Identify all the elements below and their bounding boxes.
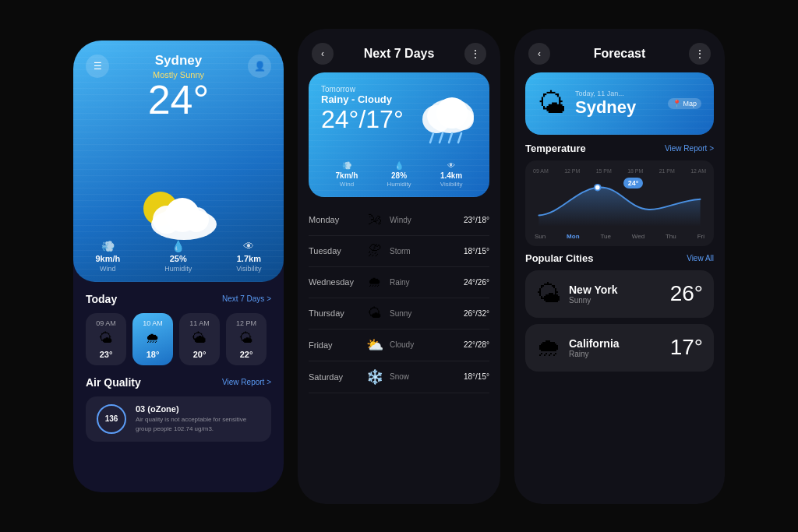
day-wednesday: Wednesday: [309, 277, 363, 287]
hour-label-3: 12 PM: [236, 319, 256, 327]
newyork-name: New York: [569, 284, 662, 296]
visibility-stat: 👁 1.7km Visibility: [236, 240, 261, 273]
day-tuesday: Tuesday: [309, 246, 363, 255]
svg-line-11: [449, 133, 452, 143]
hour-icon-1: 🌧: [146, 330, 160, 347]
hour-temp-1: 18°: [147, 350, 160, 359]
aq-header: Air Quality View Report >: [86, 376, 271, 389]
temperature-display: 24°: [86, 76, 271, 123]
popular-cities-section: Popular Cities View All 🌤 New York Sunny…: [514, 252, 725, 372]
cond-wednesday: Rainy: [390, 278, 464, 287]
icon-saturday: ❄️: [363, 368, 387, 386]
hour-card-1[interactable]: 10 AM 🌧 18°: [132, 313, 173, 365]
user-button[interactable]: 👤: [248, 55, 271, 78]
sydney-weather-icon: 🌤: [538, 87, 566, 120]
temp-header: Temperature View Report >: [525, 143, 714, 154]
next7-link[interactable]: Next 7 Days >: [222, 294, 271, 303]
svg-point-14: [595, 185, 600, 189]
forecast-title: Forecast: [594, 47, 646, 61]
visibility-value: 1.7km: [237, 254, 261, 263]
more-button-p3[interactable]: ⋮: [689, 43, 711, 65]
visibility-stat: 👁 1.4km Visibility: [440, 161, 463, 188]
tomorrow-stats: 💨 7km/h Wind 💧 28% Humidity 👁 1.4km Visi…: [321, 161, 477, 188]
california-condition: Rainy: [569, 350, 662, 358]
humidity-value: 25%: [170, 254, 187, 263]
hour-card-2[interactable]: 11 AM 🌥 20°: [179, 313, 220, 365]
city-card-california[interactable]: 🌧 California Rainy 17°: [525, 324, 714, 372]
cond-thursday: Sunny: [390, 309, 464, 318]
day-wed: Wed: [632, 233, 644, 240]
visibility-label: Visibility: [236, 265, 261, 273]
menu-button[interactable]: ☰: [86, 55, 109, 78]
wind-label: Wind: [100, 265, 116, 273]
page-title: Next 7 Days: [364, 47, 435, 61]
aqi-info: 03 (oZone) Air quality is not acceptable…: [136, 404, 260, 432]
forecast-row-tuesday: Tuesday ⛈ Storm 18°/15°: [309, 236, 489, 267]
city-card-newyork[interactable]: 🌤 New York Sunny 26°: [525, 270, 714, 318]
temps-friday: 22°/28°: [464, 340, 489, 349]
popular-title: Popular Cities: [525, 252, 593, 264]
day-sun: Sun: [535, 233, 546, 240]
popular-header: Popular Cities View All: [525, 252, 714, 264]
view-all-link[interactable]: View All: [687, 254, 714, 262]
humidity-lbl: Humidity: [387, 181, 411, 188]
humidity-icon: 💧: [171, 240, 185, 252]
hour-temp-0: 23°: [100, 350, 113, 359]
forecast-row-thursday: Thursday 🌤 Sunny 26°/32°: [309, 298, 489, 329]
wind-value: 9km/h: [95, 254, 120, 263]
view-report-link[interactable]: View Report >: [665, 144, 714, 153]
icon-wednesday: 🌧: [363, 274, 387, 291]
newyork-icon: 🌤: [536, 280, 561, 308]
forecast-row-monday: Monday 🌬 Windy 23°/18°: [309, 205, 489, 236]
back-button-p3[interactable]: ‹: [528, 43, 550, 65]
temperature-chart: 09 AM 12 PM 15 PM 18 PM 21 PM 12 AM: [525, 160, 714, 246]
time-3: 18 PM: [627, 168, 643, 174]
tomorrow-icon: [411, 85, 482, 155]
day-thu: Thu: [666, 233, 676, 240]
hour-card-0[interactable]: 09 AM 🌤 23°: [86, 313, 126, 365]
hour-label-2: 11 AM: [189, 319, 210, 327]
day-monday: Monday: [309, 215, 363, 224]
time-2: 15 PM: [596, 168, 612, 174]
hour-icon-2: 🌥: [192, 330, 207, 347]
chart-times: 09 AM 12 PM 15 PM 18 PM 21 PM 12 AM: [531, 168, 708, 174]
cond-tuesday: Storm: [390, 247, 464, 255]
temp-title: Temperature: [525, 143, 586, 154]
california-temp: 17°: [670, 335, 703, 360]
svg-line-10: [440, 133, 443, 143]
hourly-forecast: 09 AM 🌤 23° 10 AM 🌧 18° 11 AM 🌥 20° 12 P…: [86, 313, 271, 365]
temps-saturday: 18°/15°: [464, 372, 489, 381]
day-tue: Tue: [600, 233, 611, 240]
tomorrow-hero: Tomorrow Rainy - Cloudy 24°/17° 💨 7km/h …: [309, 72, 489, 197]
icon-monday: 🌬: [363, 212, 387, 228]
visibility-icon: 👁: [243, 240, 254, 252]
wind-icon: 💨: [101, 240, 115, 252]
hour-temp-2: 20°: [193, 350, 207, 359]
temps-monday: 23°/18°: [464, 216, 489, 224]
day-thursday: Thursday: [309, 308, 363, 318]
more-button[interactable]: ⋮: [464, 43, 486, 65]
newyork-info: New York Sunny: [569, 284, 662, 305]
today-title: Today: [86, 293, 117, 305]
humidity-stat: 💧 28% Humidity: [387, 161, 411, 188]
phone3-header: ‹ Forecast ⋮: [514, 29, 725, 72]
aqi-desc: Air quality is not acceptable for sensit…: [136, 415, 260, 432]
california-name: California: [569, 337, 662, 350]
visibility-lbl: Visibility: [440, 181, 463, 188]
newyork-temp: 26°: [670, 281, 703, 306]
time-5: 12 AM: [690, 168, 706, 174]
aq-link[interactable]: View Report >: [222, 378, 271, 386]
hour-label-0: 09 AM: [96, 319, 116, 327]
location-badge[interactable]: 📍 Map: [668, 98, 701, 109]
aq-title: Air Quality: [86, 376, 141, 389]
today-date: Today, 11 Jan...: [575, 90, 701, 97]
day-friday: Friday: [309, 340, 363, 350]
aqi-name: 03 (oZone): [136, 404, 260, 414]
temp-tooltip: 24°: [623, 178, 644, 188]
back-button[interactable]: ‹: [312, 43, 334, 65]
humidity-val: 28%: [391, 171, 407, 180]
hour-card-3[interactable]: 12 PM 🌤 22°: [226, 313, 267, 365]
svg-line-12: [458, 133, 461, 143]
hour-icon-0: 🌤: [99, 330, 113, 347]
aqi-badge: 136: [97, 404, 126, 434]
